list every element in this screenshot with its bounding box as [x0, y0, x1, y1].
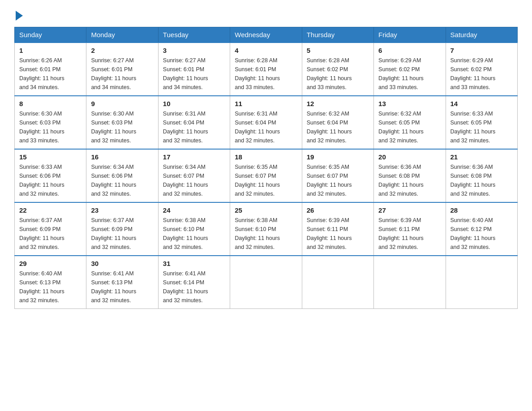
- calendar-cell: 5Sunrise: 6:28 AMSunset: 6:02 PMDaylight…: [302, 43, 373, 96]
- day-number: 28: [450, 206, 513, 214]
- day-info: Sunrise: 6:32 AMSunset: 6:04 PMDaylight:…: [307, 109, 369, 145]
- calendar-cell: [374, 256, 446, 309]
- calendar-cell: 20Sunrise: 6:36 AMSunset: 6:08 PMDayligh…: [374, 149, 446, 202]
- day-info: Sunrise: 6:38 AMSunset: 6:10 PMDaylight:…: [163, 216, 225, 252]
- day-number: 25: [235, 206, 297, 214]
- day-number: 22: [19, 206, 82, 214]
- day-number: 21: [450, 153, 513, 161]
- calendar-cell: 1Sunrise: 6:26 AMSunset: 6:01 PMDaylight…: [15, 43, 86, 96]
- day-info: Sunrise: 6:40 AMSunset: 6:12 PMDaylight:…: [450, 216, 513, 252]
- day-info: Sunrise: 6:30 AMSunset: 6:03 PMDaylight:…: [19, 109, 82, 145]
- column-header-friday: Friday: [374, 27, 446, 43]
- day-number: 31: [163, 260, 225, 267]
- day-number: 14: [450, 100, 513, 107]
- column-header-wednesday: Wednesday: [230, 27, 302, 43]
- day-number: 17: [163, 153, 225, 161]
- day-info: Sunrise: 6:27 AMSunset: 6:01 PMDaylight:…: [91, 56, 153, 92]
- day-number: 4: [235, 47, 297, 54]
- day-info: Sunrise: 6:36 AMSunset: 6:08 PMDaylight:…: [378, 163, 441, 198]
- day-number: 2: [91, 47, 153, 54]
- calendar-cell: 31Sunrise: 6:41 AMSunset: 6:14 PMDayligh…: [158, 256, 230, 309]
- day-info: Sunrise: 6:34 AMSunset: 6:07 PMDaylight:…: [163, 163, 225, 198]
- calendar-cell: 22Sunrise: 6:37 AMSunset: 6:09 PMDayligh…: [15, 202, 86, 256]
- calendar-cell: 28Sunrise: 6:40 AMSunset: 6:12 PMDayligh…: [446, 202, 517, 256]
- day-info: Sunrise: 6:38 AMSunset: 6:10 PMDaylight:…: [235, 216, 297, 252]
- calendar-header-row: SundayMondayTuesdayWednesdayThursdayFrid…: [15, 27, 518, 43]
- column-header-sunday: Sunday: [15, 27, 86, 43]
- day-number: 5: [307, 47, 369, 54]
- calendar-cell: 14Sunrise: 6:33 AMSunset: 6:05 PMDayligh…: [446, 96, 517, 149]
- calendar-cell: 16Sunrise: 6:34 AMSunset: 6:06 PMDayligh…: [86, 149, 158, 202]
- calendar-cell: 21Sunrise: 6:36 AMSunset: 6:08 PMDayligh…: [446, 149, 517, 202]
- calendar-cell: 3Sunrise: 6:27 AMSunset: 6:01 PMDaylight…: [158, 43, 230, 96]
- calendar-cell: 13Sunrise: 6:32 AMSunset: 6:05 PMDayligh…: [374, 96, 446, 149]
- day-info: Sunrise: 6:27 AMSunset: 6:01 PMDaylight:…: [163, 56, 225, 92]
- week-row-4: 22Sunrise: 6:37 AMSunset: 6:09 PMDayligh…: [15, 202, 518, 256]
- column-header-thursday: Thursday: [302, 27, 373, 43]
- calendar-cell: 30Sunrise: 6:41 AMSunset: 6:13 PMDayligh…: [86, 256, 158, 309]
- day-info: Sunrise: 6:39 AMSunset: 6:11 PMDaylight:…: [307, 216, 369, 252]
- calendar-cell: 8Sunrise: 6:30 AMSunset: 6:03 PMDaylight…: [15, 96, 86, 149]
- calendar-cell: [302, 256, 373, 309]
- calendar-cell: 11Sunrise: 6:31 AMSunset: 6:04 PMDayligh…: [230, 96, 302, 149]
- day-number: 15: [19, 153, 82, 161]
- calendar-cell: 10Sunrise: 6:31 AMSunset: 6:04 PMDayligh…: [158, 96, 230, 149]
- day-info: Sunrise: 6:33 AMSunset: 6:05 PMDaylight:…: [450, 109, 513, 145]
- day-info: Sunrise: 6:37 AMSunset: 6:09 PMDaylight:…: [19, 216, 82, 252]
- day-info: Sunrise: 6:29 AMSunset: 6:02 PMDaylight:…: [450, 56, 513, 92]
- day-number: 16: [91, 153, 153, 161]
- day-number: 12: [307, 100, 369, 107]
- day-number: 3: [163, 47, 225, 54]
- calendar-cell: 18Sunrise: 6:35 AMSunset: 6:07 PMDayligh…: [230, 149, 302, 202]
- day-info: Sunrise: 6:37 AMSunset: 6:09 PMDaylight:…: [91, 216, 153, 252]
- calendar-table: SundayMondayTuesdayWednesdayThursdayFrid…: [14, 27, 518, 309]
- calendar-cell: 25Sunrise: 6:38 AMSunset: 6:10 PMDayligh…: [230, 202, 302, 256]
- logo: [14, 11, 23, 18]
- day-info: Sunrise: 6:29 AMSunset: 6:02 PMDaylight:…: [378, 56, 441, 92]
- calendar-cell: 24Sunrise: 6:38 AMSunset: 6:10 PMDayligh…: [158, 202, 230, 256]
- column-header-monday: Monday: [86, 27, 158, 43]
- day-info: Sunrise: 6:33 AMSunset: 6:06 PMDaylight:…: [19, 163, 82, 198]
- day-info: Sunrise: 6:28 AMSunset: 6:01 PMDaylight:…: [235, 56, 297, 92]
- calendar-cell: 2Sunrise: 6:27 AMSunset: 6:01 PMDaylight…: [86, 43, 158, 96]
- day-info: Sunrise: 6:32 AMSunset: 6:05 PMDaylight:…: [378, 109, 441, 145]
- day-number: 1: [19, 47, 82, 54]
- day-number: 9: [91, 100, 153, 107]
- day-number: 26: [307, 206, 369, 214]
- calendar-cell: [230, 256, 302, 309]
- calendar-cell: 23Sunrise: 6:37 AMSunset: 6:09 PMDayligh…: [86, 202, 158, 256]
- logo-triangle-icon: [16, 11, 23, 21]
- day-info: Sunrise: 6:35 AMSunset: 6:07 PMDaylight:…: [307, 163, 369, 198]
- calendar-cell: 17Sunrise: 6:34 AMSunset: 6:07 PMDayligh…: [158, 149, 230, 202]
- calendar-cell: 26Sunrise: 6:39 AMSunset: 6:11 PMDayligh…: [302, 202, 373, 256]
- day-number: 27: [378, 206, 441, 214]
- week-row-3: 15Sunrise: 6:33 AMSunset: 6:06 PMDayligh…: [15, 149, 518, 202]
- day-number: 7: [450, 47, 513, 54]
- day-number: 30: [91, 260, 153, 267]
- day-info: Sunrise: 6:28 AMSunset: 6:02 PMDaylight:…: [307, 56, 369, 92]
- calendar-cell: [446, 256, 517, 309]
- calendar-cell: 29Sunrise: 6:40 AMSunset: 6:13 PMDayligh…: [15, 256, 86, 309]
- calendar-cell: 12Sunrise: 6:32 AMSunset: 6:04 PMDayligh…: [302, 96, 373, 149]
- calendar-cell: 19Sunrise: 6:35 AMSunset: 6:07 PMDayligh…: [302, 149, 373, 202]
- week-row-5: 29Sunrise: 6:40 AMSunset: 6:13 PMDayligh…: [15, 256, 518, 309]
- day-number: 11: [235, 100, 297, 107]
- day-number: 6: [378, 47, 441, 54]
- calendar-cell: 4Sunrise: 6:28 AMSunset: 6:01 PMDaylight…: [230, 43, 302, 96]
- day-info: Sunrise: 6:34 AMSunset: 6:06 PMDaylight:…: [91, 163, 153, 198]
- calendar-cell: 15Sunrise: 6:33 AMSunset: 6:06 PMDayligh…: [15, 149, 86, 202]
- day-info: Sunrise: 6:30 AMSunset: 6:03 PMDaylight:…: [91, 109, 153, 145]
- day-info: Sunrise: 6:40 AMSunset: 6:13 PMDaylight:…: [19, 269, 82, 305]
- calendar-cell: 27Sunrise: 6:39 AMSunset: 6:11 PMDayligh…: [374, 202, 446, 256]
- day-number: 23: [91, 206, 153, 214]
- day-number: 8: [19, 100, 82, 107]
- day-info: Sunrise: 6:31 AMSunset: 6:04 PMDaylight:…: [235, 109, 297, 145]
- week-row-2: 8Sunrise: 6:30 AMSunset: 6:03 PMDaylight…: [15, 96, 518, 149]
- page-header: [14, 11, 518, 18]
- calendar-cell: 7Sunrise: 6:29 AMSunset: 6:02 PMDaylight…: [446, 43, 517, 96]
- column-header-saturday: Saturday: [446, 27, 517, 43]
- calendar-cell: 9Sunrise: 6:30 AMSunset: 6:03 PMDaylight…: [86, 96, 158, 149]
- day-number: 10: [163, 100, 225, 107]
- column-header-tuesday: Tuesday: [158, 27, 230, 43]
- day-number: 13: [378, 100, 441, 107]
